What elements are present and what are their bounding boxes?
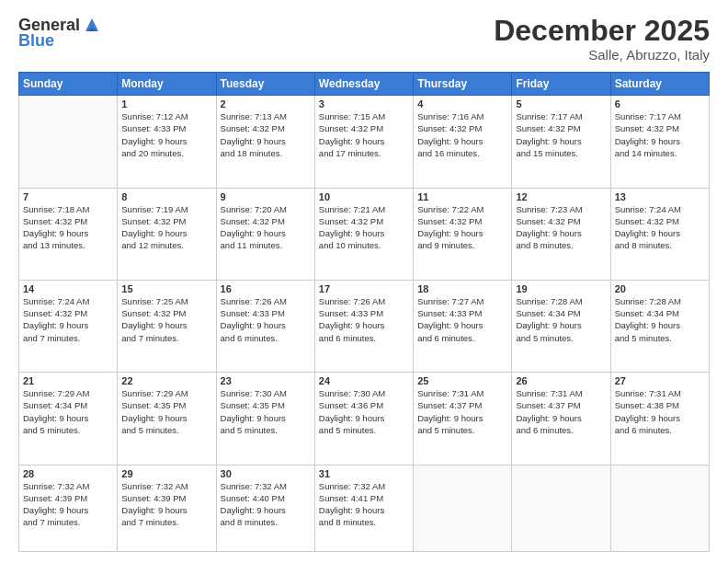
weekday-header-tuesday: Tuesday	[216, 73, 314, 96]
calendar-cell: 6Sunrise: 7:17 AMSunset: 4:32 PMDaylight…	[610, 96, 709, 188]
calendar-cell	[19, 96, 118, 188]
calendar-cell: 4Sunrise: 7:16 AMSunset: 4:32 PMDaylight…	[414, 96, 512, 188]
calendar-cell: 23Sunrise: 7:30 AMSunset: 4:35 PMDayligh…	[216, 373, 314, 465]
day-number: 14	[23, 283, 113, 294]
day-info: Sunrise: 7:25 AMSunset: 4:32 PMDaylight:…	[121, 295, 211, 344]
weekday-header-sunday: Sunday	[19, 73, 118, 96]
calendar-cell: 28Sunrise: 7:32 AMSunset: 4:39 PMDayligh…	[19, 465, 118, 552]
calendar-week-1: 1Sunrise: 7:12 AMSunset: 4:33 PMDaylight…	[19, 96, 710, 188]
calendar-cell	[512, 465, 610, 552]
calendar-cell: 27Sunrise: 7:31 AMSunset: 4:38 PMDayligh…	[610, 373, 709, 465]
day-number: 13	[615, 191, 705, 202]
day-number: 31	[319, 468, 409, 479]
day-number: 16	[221, 283, 311, 294]
day-number: 20	[615, 283, 705, 294]
weekday-header-thursday: Thursday	[414, 73, 512, 96]
day-info: Sunrise: 7:31 AMSunset: 4:37 PMDaylight:…	[417, 387, 507, 436]
calendar-week-2: 7Sunrise: 7:18 AMSunset: 4:32 PMDaylight…	[19, 188, 710, 280]
day-number: 12	[516, 191, 606, 202]
calendar-cell: 14Sunrise: 7:24 AMSunset: 4:32 PMDayligh…	[19, 280, 118, 372]
day-info: Sunrise: 7:31 AMSunset: 4:38 PMDaylight:…	[615, 387, 705, 436]
calendar-cell: 26Sunrise: 7:31 AMSunset: 4:37 PMDayligh…	[512, 373, 610, 465]
day-number: 24	[319, 375, 409, 386]
day-info: Sunrise: 7:15 AMSunset: 4:32 PMDaylight:…	[319, 110, 409, 159]
day-number: 10	[319, 191, 409, 202]
day-info: Sunrise: 7:23 AMSunset: 4:32 PMDaylight:…	[516, 203, 606, 252]
month-title: December 2025	[494, 15, 710, 47]
day-number: 29	[121, 468, 211, 479]
calendar-cell	[610, 465, 709, 552]
day-number: 23	[221, 375, 311, 386]
day-number: 22	[121, 375, 211, 386]
day-info: Sunrise: 7:13 AMSunset: 4:32 PMDaylight:…	[221, 110, 311, 159]
calendar-cell: 8Sunrise: 7:19 AMSunset: 4:32 PMDaylight…	[118, 188, 216, 280]
day-number: 9	[221, 191, 311, 202]
day-info: Sunrise: 7:24 AMSunset: 4:32 PMDaylight:…	[615, 203, 705, 252]
page: General Blue December 2025 Salle, Abruzz…	[0, 0, 728, 563]
day-number: 21	[23, 375, 113, 386]
calendar-cell: 5Sunrise: 7:17 AMSunset: 4:32 PMDaylight…	[512, 96, 610, 188]
day-number: 1	[121, 98, 211, 109]
calendar-cell: 1Sunrise: 7:12 AMSunset: 4:33 PMDaylight…	[118, 96, 216, 188]
calendar-cell: 24Sunrise: 7:30 AMSunset: 4:36 PMDayligh…	[314, 373, 413, 465]
calendar-cell: 20Sunrise: 7:28 AMSunset: 4:34 PMDayligh…	[610, 280, 709, 372]
day-info: Sunrise: 7:24 AMSunset: 4:32 PMDaylight:…	[23, 295, 113, 344]
calendar-cell: 17Sunrise: 7:26 AMSunset: 4:33 PMDayligh…	[314, 280, 413, 372]
day-info: Sunrise: 7:27 AMSunset: 4:33 PMDaylight:…	[417, 295, 507, 344]
weekday-header-wednesday: Wednesday	[314, 73, 413, 96]
day-number: 25	[417, 375, 507, 386]
calendar-week-5: 28Sunrise: 7:32 AMSunset: 4:39 PMDayligh…	[19, 465, 710, 552]
calendar-cell: 13Sunrise: 7:24 AMSunset: 4:32 PMDayligh…	[610, 188, 709, 280]
day-info: Sunrise: 7:12 AMSunset: 4:33 PMDaylight:…	[121, 110, 211, 159]
day-info: Sunrise: 7:16 AMSunset: 4:32 PMDaylight:…	[417, 110, 507, 159]
day-number: 8	[121, 191, 211, 202]
calendar: SundayMondayTuesdayWednesdayThursdayFrid…	[18, 72, 710, 552]
day-info: Sunrise: 7:20 AMSunset: 4:32 PMDaylight:…	[221, 203, 311, 252]
logo: General Blue	[18, 15, 102, 51]
calendar-cell: 10Sunrise: 7:21 AMSunset: 4:32 PMDayligh…	[314, 188, 413, 280]
day-number: 3	[319, 98, 409, 109]
calendar-cell: 16Sunrise: 7:26 AMSunset: 4:33 PMDayligh…	[216, 280, 314, 372]
weekday-header-saturday: Saturday	[610, 73, 709, 96]
day-info: Sunrise: 7:18 AMSunset: 4:32 PMDaylight:…	[23, 203, 113, 252]
day-number: 7	[23, 191, 113, 202]
day-number: 18	[417, 283, 507, 294]
day-number: 17	[319, 283, 409, 294]
weekday-header-friday: Friday	[512, 73, 610, 96]
day-number: 2	[221, 98, 311, 109]
calendar-cell	[414, 465, 512, 552]
calendar-cell: 12Sunrise: 7:23 AMSunset: 4:32 PMDayligh…	[512, 188, 610, 280]
title-section: December 2025 Salle, Abruzzo, Italy	[494, 15, 710, 63]
day-info: Sunrise: 7:22 AMSunset: 4:32 PMDaylight:…	[417, 203, 507, 252]
day-info: Sunrise: 7:28 AMSunset: 4:34 PMDaylight:…	[615, 295, 705, 344]
calendar-cell: 15Sunrise: 7:25 AMSunset: 4:32 PMDayligh…	[118, 280, 216, 372]
weekday-header-monday: Monday	[118, 73, 216, 96]
calendar-header-row: SundayMondayTuesdayWednesdayThursdayFrid…	[19, 73, 710, 96]
day-info: Sunrise: 7:19 AMSunset: 4:32 PMDaylight:…	[121, 203, 211, 252]
calendar-week-4: 21Sunrise: 7:29 AMSunset: 4:34 PMDayligh…	[19, 373, 710, 465]
day-number: 5	[516, 98, 606, 109]
day-info: Sunrise: 7:30 AMSunset: 4:36 PMDaylight:…	[319, 387, 409, 436]
day-info: Sunrise: 7:31 AMSunset: 4:37 PMDaylight:…	[516, 387, 606, 436]
logo-icon	[82, 15, 102, 35]
calendar-cell: 2Sunrise: 7:13 AMSunset: 4:32 PMDaylight…	[216, 96, 314, 188]
day-info: Sunrise: 7:28 AMSunset: 4:34 PMDaylight:…	[516, 295, 606, 344]
calendar-cell: 31Sunrise: 7:32 AMSunset: 4:41 PMDayligh…	[314, 465, 413, 552]
day-info: Sunrise: 7:17 AMSunset: 4:32 PMDaylight:…	[516, 110, 606, 159]
calendar-cell: 30Sunrise: 7:32 AMSunset: 4:40 PMDayligh…	[216, 465, 314, 552]
day-number: 6	[615, 98, 705, 109]
day-number: 11	[417, 191, 507, 202]
location-title: Salle, Abruzzo, Italy	[494, 47, 710, 63]
day-info: Sunrise: 7:29 AMSunset: 4:34 PMDaylight:…	[23, 387, 113, 436]
logo-blue-text: Blue	[18, 31, 54, 51]
day-info: Sunrise: 7:26 AMSunset: 4:33 PMDaylight:…	[221, 295, 311, 344]
day-number: 4	[417, 98, 507, 109]
calendar-cell: 22Sunrise: 7:29 AMSunset: 4:35 PMDayligh…	[118, 373, 216, 465]
calendar-cell: 29Sunrise: 7:32 AMSunset: 4:39 PMDayligh…	[118, 465, 216, 552]
day-number: 26	[516, 375, 606, 386]
day-info: Sunrise: 7:26 AMSunset: 4:33 PMDaylight:…	[319, 295, 409, 344]
day-info: Sunrise: 7:21 AMSunset: 4:32 PMDaylight:…	[319, 203, 409, 252]
calendar-cell: 7Sunrise: 7:18 AMSunset: 4:32 PMDaylight…	[19, 188, 118, 280]
calendar-cell: 9Sunrise: 7:20 AMSunset: 4:32 PMDaylight…	[216, 188, 314, 280]
calendar-cell: 25Sunrise: 7:31 AMSunset: 4:37 PMDayligh…	[414, 373, 512, 465]
